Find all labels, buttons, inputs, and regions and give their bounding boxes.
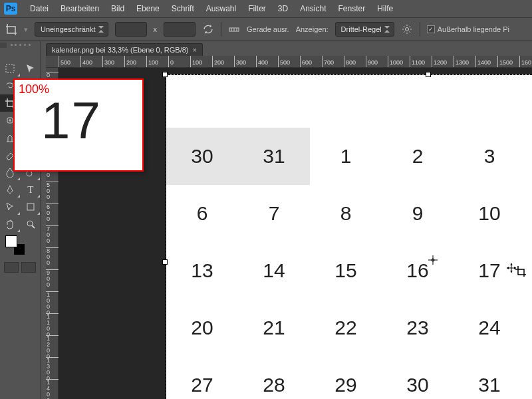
tool-move[interactable] — [21, 60, 41, 77]
calendar-cell: 2 — [382, 128, 454, 185]
ruler-v-tick: 1400 — [46, 379, 59, 399]
calendar-cell: 13 — [166, 242, 238, 299]
menu-edit[interactable]: Bearbeiten — [55, 1, 105, 16]
aspect-ratio-label: Uneingeschränkt — [41, 25, 96, 33]
delete-cropped-label: Außerhalb liegende Pi — [438, 25, 509, 33]
tool-rect-marquee[interactable] — [0, 60, 21, 77]
menu-layer[interactable]: Ebene — [130, 1, 166, 16]
calendar-cell: 29 — [310, 356, 382, 399]
ruler-origin[interactable] — [46, 56, 59, 68]
menu-view[interactable]: Ansicht — [294, 1, 332, 16]
ruler-h-tick: 300 — [102, 56, 114, 68]
calendar-cell: 14 — [238, 242, 310, 299]
panel-grip[interactable] — [11, 44, 31, 47]
options-bar: ▾ Uneingeschränkt x Gerade ausr. Anzeige… — [0, 17, 532, 41]
delete-cropped-checkbox[interactable]: ✓Außerhalb liegende Pi — [427, 25, 509, 33]
calendar-cell: 21 — [238, 299, 310, 356]
calendar-cell: 31 — [238, 128, 310, 185]
swap-dimensions-icon[interactable] — [202, 23, 214, 35]
crop-handle-tl[interactable] — [162, 72, 168, 77]
menu-help[interactable]: Hilfe — [371, 1, 399, 16]
crop-cursor-icon — [515, 266, 526, 277]
menu-filter[interactable]: Filter — [242, 1, 272, 16]
straighten-icon[interactable] — [228, 23, 240, 35]
tool-type[interactable]: T — [21, 181, 41, 198]
svg-line-15 — [32, 225, 35, 228]
aspect-ratio-dropdown[interactable]: Uneingeschränkt — [35, 22, 108, 37]
straighten-label[interactable]: Gerade ausr. — [247, 25, 289, 33]
crop-handle-ml[interactable] — [162, 259, 168, 265]
tool-shape[interactable] — [21, 198, 41, 215]
color-swatches[interactable] — [0, 233, 41, 259]
ruler-v-tick: 1200 — [46, 335, 59, 360]
calendar-cell: 15 — [310, 242, 382, 299]
calendar-cell: 24 — [454, 299, 525, 356]
ruler-h-tick: 1000 — [388, 56, 403, 68]
ruler-h-tick: 200 — [124, 56, 136, 68]
calendar-cell: 20 — [166, 299, 238, 356]
ruler-v-tick: 1100 — [46, 313, 59, 338]
crop-edge-left[interactable] — [165, 74, 166, 399]
quickmask-button[interactable] — [4, 262, 19, 273]
ruler-h-tick: 100 — [190, 56, 202, 68]
ruler-h-tick: 200 — [212, 56, 224, 68]
tool-hand[interactable] — [0, 215, 21, 233]
crop-handle-tc[interactable] — [426, 72, 431, 77]
view-overlay-dropdown[interactable]: Drittel-Regel — [335, 22, 394, 37]
ruler-v-tick: 700 — [46, 225, 59, 244]
svg-rect-13 — [27, 203, 34, 210]
calendar-cell: 22 — [310, 299, 382, 356]
document-tab-title: kalender.png bei 33,3% (Ebene 0, RGB/8) — [52, 46, 188, 54]
crop-tool-icon[interactable] — [5, 23, 17, 35]
center-point-icon — [428, 255, 438, 265]
app-logo: Ps — [4, 3, 17, 15]
menu-image[interactable]: Bild — [105, 1, 130, 16]
ratio-separator: x — [154, 25, 158, 33]
document-tab[interactable]: kalender.png bei 33,3% (Ebene 0, RGB/8) … — [46, 43, 203, 56]
ruler-h-tick: 1300 — [454, 56, 469, 68]
calendar-cell: 6 — [166, 185, 238, 242]
menu-select[interactable]: Auswahl — [200, 1, 242, 16]
ruler-v-tick: 900 — [46, 269, 59, 288]
tool-zoom[interactable] — [21, 215, 41, 233]
menu-bar: Ps Datei Bearbeiten Bild Ebene Schrift A… — [0, 0, 532, 17]
crop-options-gear-icon[interactable] — [401, 23, 413, 35]
screenmode-button[interactable] — [21, 262, 36, 273]
ruler-v-tick: 600 — [46, 203, 59, 222]
calendar-cell: 31 — [454, 356, 525, 399]
tool-path-select[interactable] — [0, 198, 21, 215]
calendar-cell: 23 — [382, 299, 454, 356]
crop-width-field[interactable] — [115, 22, 147, 37]
crop-edge-top[interactable] — [165, 74, 532, 76]
tool-pen[interactable] — [0, 181, 21, 198]
ruler-h-tick: 800 — [344, 56, 356, 68]
screen-mode-buttons — [0, 259, 41, 275]
ruler-h-tick: 1200 — [432, 56, 447, 68]
ruler-h-tick: 300 — [234, 56, 246, 68]
collapsed-panel-strip[interactable] — [0, 43, 7, 48]
navigator-preview[interactable]: 100% 17 — [13, 78, 144, 172]
menu-file[interactable]: Datei — [24, 1, 55, 16]
document-canvas[interactable]: 3031123678910131415161720212223242728293… — [166, 74, 532, 399]
calendar-cell: 10 — [454, 185, 525, 242]
ruler-h-tick: 100 — [146, 56, 158, 68]
close-tab-icon[interactable]: × — [192, 46, 196, 54]
navigator-thumbnail-number: 17 — [41, 96, 138, 144]
menu-window[interactable]: Fenster — [332, 1, 372, 16]
menu-3d[interactable]: 3D — [272, 1, 294, 16]
svg-point-11 — [27, 171, 32, 176]
ruler-h-tick: 0 — [168, 56, 174, 68]
ruler-v-tick: 800 — [46, 247, 59, 266]
ruler-h-tick: 500 — [59, 56, 70, 68]
foreground-swatch[interactable] — [5, 235, 17, 247]
ruler-horizontal[interactable]: 5004003002001000100200300400500600700800… — [59, 56, 532, 68]
calendar-cell: 30 — [166, 128, 238, 185]
ruler-v-tick: 500 — [46, 182, 59, 200]
calendar-cell: 16 — [382, 242, 454, 299]
crop-height-field[interactable] — [164, 22, 196, 37]
document-tab-bar: kalender.png bei 33,3% (Ebene 0, RGB/8) … — [46, 41, 532, 56]
svg-rect-5 — [6, 65, 14, 72]
menu-type[interactable]: Schrift — [166, 1, 200, 16]
ruler-h-tick: 700 — [322, 56, 334, 68]
calendar-cell: 9 — [382, 185, 454, 242]
